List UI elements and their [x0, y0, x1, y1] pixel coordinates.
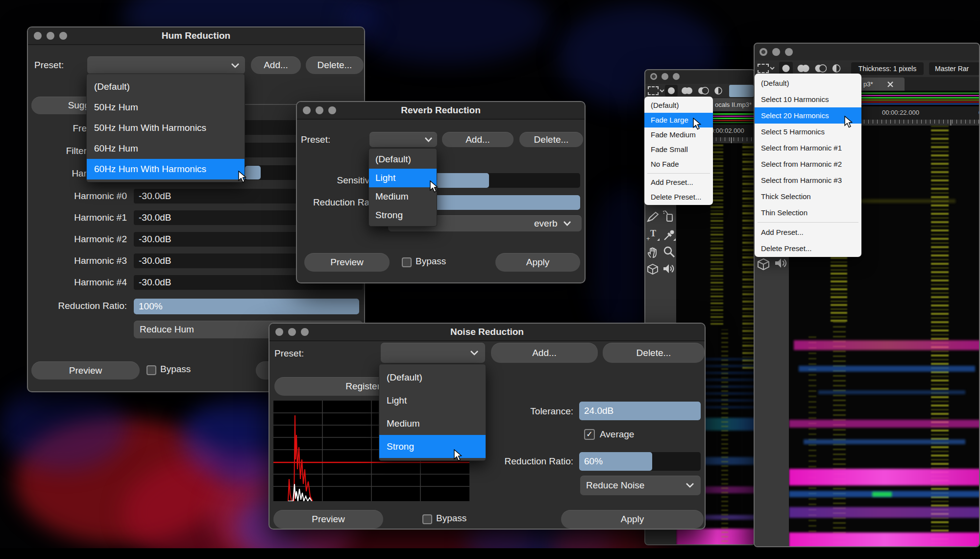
- action-select[interactable]: Reduce Noise: [580, 476, 701, 495]
- reduction-ratio-label: Reduction Ratio:: [28, 301, 127, 311]
- zoom-window-icon[interactable]: [785, 48, 793, 56]
- delete-preset-button[interactable]: Delete...: [306, 56, 364, 74]
- bypass-checkbox[interactable]: [147, 365, 156, 375]
- mouse-cursor: [429, 180, 441, 193]
- menu-item-highlighted[interactable]: 60Hz Hum With Harmonics: [87, 159, 245, 179]
- delete-preset-button[interactable]: Delete...: [603, 343, 705, 363]
- menu-item[interactable]: (Default): [644, 98, 713, 113]
- chevron-down-icon: [564, 221, 571, 226]
- cube-tool-icon[interactable]: [646, 263, 660, 277]
- preview-button[interactable]: Preview: [31, 361, 140, 380]
- menu-item[interactable]: Thick Selection: [755, 188, 861, 204]
- menu-item[interactable]: Select 10 Harmonics: [755, 91, 861, 107]
- menu-item[interactable]: Select from Harmonic #3: [755, 172, 861, 188]
- titlebar[interactable]: [755, 44, 979, 61]
- menu-item[interactable]: (Default): [755, 75, 861, 91]
- add-preset-button[interactable]: Add...: [251, 56, 301, 74]
- menu-item[interactable]: 50Hz Hum: [87, 97, 245, 118]
- cube-tool-icon[interactable]: [757, 257, 771, 271]
- titlebar[interactable]: Reverb Reduction: [297, 102, 585, 120]
- preset-select[interactable]: [87, 56, 245, 74]
- selection-mode-intersect-icon[interactable]: [712, 86, 725, 95]
- titlebar[interactable]: Hum Reduction: [28, 27, 364, 45]
- menu-item[interactable]: Delete Preset...: [644, 190, 713, 204]
- selection-mode-intersect-icon[interactable]: [830, 64, 843, 73]
- apply-button[interactable]: Apply: [561, 510, 704, 529]
- master-range-setting[interactable]: Master Rar: [929, 62, 980, 75]
- bypass-label: Bypass: [416, 256, 446, 267]
- close-icon[interactable]: [650, 73, 657, 80]
- menu-item[interactable]: 50Hz Hum With Harmonics: [87, 118, 245, 138]
- reduction-ratio-label: Reduction Ratio:: [480, 456, 573, 467]
- titlebar[interactable]: Noise Reduction: [270, 324, 705, 341]
- hand-tool-icon[interactable]: [646, 245, 660, 259]
- reduction-ratio-slider[interactable]: 100%: [134, 299, 359, 314]
- selection-mode-new-icon[interactable]: [666, 86, 676, 95]
- preview-button[interactable]: Preview: [304, 253, 390, 272]
- bypass-label: Bypass: [436, 513, 466, 524]
- menu-item[interactable]: (Default): [379, 366, 486, 389]
- menu-item[interactable]: Medium: [369, 187, 437, 206]
- menu-item[interactable]: Delete Preset...: [755, 240, 861, 256]
- menu-item[interactable]: No Fade: [644, 157, 713, 172]
- close-icon[interactable]: [760, 48, 767, 56]
- menu-item[interactable]: (Default): [87, 76, 245, 97]
- zoom-window-icon[interactable]: [673, 73, 680, 80]
- zoom-tool-icon[interactable]: [662, 246, 676, 259]
- tab-label: p3*: [863, 80, 873, 88]
- menu-item[interactable]: Thin Selection: [755, 204, 861, 221]
- menu-item[interactable]: Medium: [379, 412, 486, 435]
- toolbar-value-box[interactable]: [729, 85, 754, 97]
- selection-mode-subtract-icon[interactable]: [813, 64, 827, 73]
- titlebar[interactable]: [645, 70, 755, 85]
- average-checkbox[interactable]: ✓: [584, 429, 595, 440]
- menu-item-highlighted[interactable]: Strong: [379, 435, 486, 458]
- minimize-icon[interactable]: [662, 73, 668, 80]
- speaker-tool-icon[interactable]: [662, 263, 676, 276]
- menu-item[interactable]: 60Hz Hum: [87, 138, 245, 159]
- add-preset-button[interactable]: Add...: [442, 132, 514, 147]
- chevron-down-icon[interactable]: [770, 67, 775, 70]
- reduction-ratio-slider[interactable]: 60%: [579, 452, 701, 471]
- apply-button[interactable]: Apply: [495, 253, 580, 272]
- menu-item[interactable]: Light: [379, 389, 486, 412]
- mouse-cursor: [844, 116, 856, 128]
- preset-select[interactable]: [369, 132, 437, 147]
- mouse-cursor: [238, 171, 249, 183]
- pencil-tool-icon[interactable]: [646, 210, 660, 223]
- bypass-checkbox[interactable]: [402, 257, 412, 267]
- svg-text:T: T: [650, 229, 656, 238]
- menu-item-highlighted[interactable]: Light: [369, 169, 437, 187]
- tolerance-slider[interactable]: 24.0dB: [579, 402, 701, 420]
- marquee-selection-icon[interactable]: [758, 64, 769, 73]
- preview-button[interactable]: Preview: [273, 510, 383, 529]
- thickness-setting[interactable]: Thickness: 1 pixels: [851, 62, 924, 75]
- menu-item[interactable]: (Default): [369, 150, 437, 169]
- menu-item[interactable]: Select from Harmonic #2: [755, 156, 861, 172]
- timeline-timestamp: 00:00:22.000: [882, 109, 919, 116]
- selection-mode-subtract-icon[interactable]: [696, 86, 709, 95]
- menu-item[interactable]: Add Preset...: [644, 175, 713, 190]
- selection-mode-new-icon[interactable]: [781, 64, 791, 73]
- tab-close-icon[interactable]: [887, 81, 894, 88]
- text-tool-icon[interactable]: T+: [646, 228, 660, 242]
- selection-mode-add-icon[interactable]: [797, 64, 810, 73]
- chevron-down-icon[interactable]: [660, 89, 664, 93]
- eyedropper-tool-icon[interactable]: [662, 228, 676, 242]
- frequency-label: Fre: [28, 123, 87, 134]
- add-preset-button[interactable]: Add...: [491, 343, 598, 363]
- minimize-icon[interactable]: [772, 48, 780, 56]
- marquee-selection-icon[interactable]: [648, 86, 659, 95]
- bypass-checkbox[interactable]: [422, 514, 432, 524]
- menu-item[interactable]: Fade Small: [644, 142, 713, 157]
- menu-item[interactable]: Add Preset...: [755, 224, 861, 240]
- spray-tool-icon[interactable]: [662, 209, 675, 223]
- selection-mode-add-icon[interactable]: [681, 86, 693, 95]
- tab-audio-file[interactable]: ocals II.mp3*: [712, 98, 756, 111]
- timeline-timestamp: 0:00:02.000: [710, 127, 744, 134]
- preset-select[interactable]: [381, 343, 485, 363]
- menu-item[interactable]: Select from Harmonic #1: [755, 140, 861, 156]
- speaker-tool-icon[interactable]: [774, 256, 789, 270]
- delete-preset-button[interactable]: Delete...: [519, 132, 583, 147]
- menu-item[interactable]: Strong: [369, 206, 437, 225]
